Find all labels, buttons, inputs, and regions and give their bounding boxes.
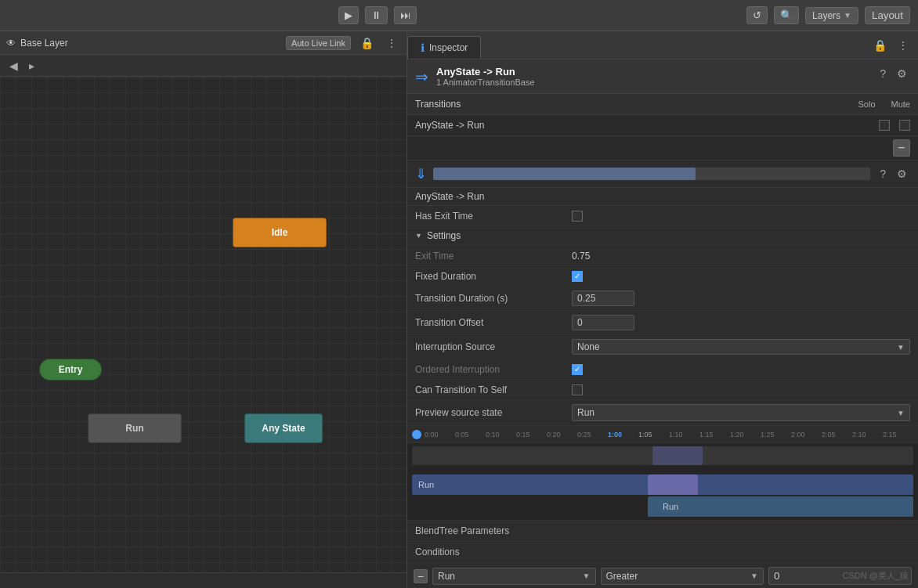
can-transition-checkbox[interactable] (572, 384, 583, 395)
transition-row[interactable]: AnyState -> Run (407, 115, 918, 136)
transition-minus-row: − (407, 136, 918, 161)
play-button[interactable]: ▶ (338, 6, 359, 24)
condition-comparator-value: Greater (606, 571, 638, 582)
search-button[interactable]: 🔍 (774, 6, 799, 24)
preview-chevron: ▼ (897, 409, 905, 417)
auto-live-link-button[interactable]: Auto Live Link (286, 36, 351, 50)
transitions-label: Transitions (415, 99, 461, 110)
pause-button[interactable]: ⏸ (365, 6, 388, 24)
preview-dropdown[interactable]: Run ▼ (572, 404, 910, 421)
exit-time-label: Exit Time (415, 251, 572, 262)
interruption-source-label: Interruption Source (415, 341, 572, 352)
animator-canvas[interactable]: Idle Entry Run Any State (0, 77, 407, 572)
settings-triangle: ▼ (415, 232, 422, 240)
ordered-interruption-checkbox[interactable] (572, 364, 583, 375)
condition-param-dropdown[interactable]: Run ▼ (432, 568, 596, 585)
condition-param-chevron: ▼ (583, 572, 591, 580)
node-any-state[interactable]: Any State (244, 413, 323, 443)
condition-minus-button[interactable]: − (414, 569, 428, 583)
inspector-panel: ℹ Inspector 🔒 ⋮ ⇒ AnyState -> Run 1 Anim… (407, 31, 918, 588)
timeline-ruler-inner: 0:00 0:05 0:10 0:15 0:20 0:25 1:00 1:05 … (425, 431, 913, 438)
inspector-obj-header: ⇒ AnyState -> Run 1 AnimatorTransitionBa… (407, 60, 918, 94)
timeline-area: 0:00 0:05 0:10 0:15 0:20 0:25 1:00 1:05 … (407, 426, 918, 521)
condition-value-input[interactable] (768, 567, 912, 585)
interruption-source-dropdown[interactable]: None ▼ (572, 339, 910, 355)
interruption-source-value: None (577, 341, 600, 352)
inspector-lock-icon[interactable]: 🔒 (870, 38, 890, 53)
mute-label: Mute (891, 99, 910, 109)
solo-checkbox[interactable] (879, 120, 890, 131)
run-label-2: Run (663, 502, 678, 511)
inspector-settings-icon[interactable]: ⚙ (894, 66, 910, 81)
settings-label: Settings (427, 230, 461, 241)
condition-param-value: Run (438, 571, 455, 582)
inspector-subtitle: 1 AnimatorTransitionBase (436, 78, 869, 87)
detail-help-icon[interactable]: ? (876, 166, 889, 182)
condition-comparator-chevron: ▼ (750, 572, 758, 580)
run-blend-bar-2: Run (412, 496, 913, 517)
sub-menu-icon[interactable]: ◀ (6, 58, 21, 74)
layers-dropdown[interactable]: Layers ▼ (805, 7, 858, 24)
blend-params-label: BlendTree Parameters (415, 525, 509, 536)
lock-icon[interactable]: 🔒 (357, 35, 377, 51)
conditions-header: Conditions (407, 542, 918, 563)
has-exit-time-label: Has Exit Time (415, 211, 572, 222)
timeline-tracks (407, 443, 918, 474)
sub-layer-icon[interactable]: ▸ (26, 58, 38, 74)
interruption-source-chevron: ▼ (897, 343, 905, 352)
track-row-1 (412, 446, 913, 465)
settings-header[interactable]: ▼ Settings (407, 226, 918, 246)
ordered-interruption-row: Ordered Interruption (407, 359, 918, 380)
inspector-menu-icon[interactable]: ⋮ (895, 38, 912, 53)
transition-minus-button[interactable]: − (893, 139, 910, 157)
base-layer-label: Base Layer (20, 38, 68, 49)
inspector-help-icon[interactable]: ? (876, 66, 889, 81)
transition-detail-label: AnyState -> Run (407, 188, 918, 206)
has-exit-time-checkbox[interactable] (572, 211, 583, 222)
inspector-tab-label: Inspector (429, 42, 468, 53)
conditions-section: Conditions − Run ▼ Greater ▼ + (407, 542, 918, 588)
solo-label: Solo (858, 99, 876, 109)
toolbar-right: ↺ 🔍 Layers ▼ Layout (746, 6, 910, 24)
transition-offset-input[interactable] (572, 315, 634, 330)
playback-controls: ▶ ⏸ ⏭ (338, 6, 417, 24)
layers-chevron: ▼ (844, 11, 851, 20)
has-exit-time-row: Has Exit Time (407, 206, 918, 226)
fixed-duration-row: Fixed Duration (407, 266, 918, 287)
exit-time-row: Exit Time 0.75 (407, 246, 918, 266)
transition-icon: ⇒ (415, 67, 428, 86)
animator-panel: 👁 Base Layer Auto Live Link 🔒 ⋮ ◀ ▸ (0, 31, 407, 588)
inspector-tab-actions: 🔒 ⋮ (870, 38, 912, 53)
node-idle[interactable]: Idle (233, 218, 327, 247)
mute-checkbox[interactable] (899, 120, 910, 131)
can-transition-label: Can Transition To Self (415, 384, 572, 395)
transitions-section-header: Transitions Solo Mute (407, 94, 918, 115)
node-entry[interactable]: Entry (39, 359, 102, 381)
transition-name: AnyState -> Run (415, 120, 484, 131)
inspector-tab[interactable]: ℹ Inspector (407, 36, 481, 59)
fixed-duration-label: Fixed Duration (415, 271, 572, 282)
condition-comparator-dropdown[interactable]: Greater ▼ (601, 568, 764, 585)
detail-settings-icon[interactable]: ⚙ (894, 166, 910, 182)
timeline-playhead[interactable] (412, 430, 421, 439)
transition-duration-input[interactable] (572, 290, 634, 306)
inspector-tab-bar: ℹ Inspector 🔒 ⋮ (407, 31, 918, 60)
menu-icon[interactable]: ⋮ (383, 35, 400, 51)
ordered-interruption-label: Ordered Interruption (415, 364, 572, 375)
can-transition-row: Can Transition To Self (407, 380, 918, 400)
transition-offset-label: Transition Offset (415, 317, 572, 328)
history-button[interactable]: ↺ (746, 6, 768, 24)
transition-offset-row: Transition Offset (407, 311, 918, 335)
inspector-title: AnyState -> Run (436, 66, 869, 78)
step-button[interactable]: ⏭ (394, 6, 417, 24)
transition-detail: ⇓ ? ⚙ (407, 161, 918, 188)
main-area: 👁 Base Layer Auto Live Link 🔒 ⋮ ◀ ▸ (0, 31, 918, 588)
fixed-duration-checkbox[interactable] (572, 271, 583, 282)
layout-button[interactable]: Layout (865, 6, 910, 24)
preview-value: Run (577, 407, 595, 418)
run-blend-bar: Run (412, 474, 913, 495)
animator-bottom (0, 572, 407, 588)
node-run[interactable]: Run (88, 413, 182, 443)
layers-label: Layers (812, 10, 840, 21)
transition-duration-row: Transition Duration (s) (407, 287, 918, 311)
